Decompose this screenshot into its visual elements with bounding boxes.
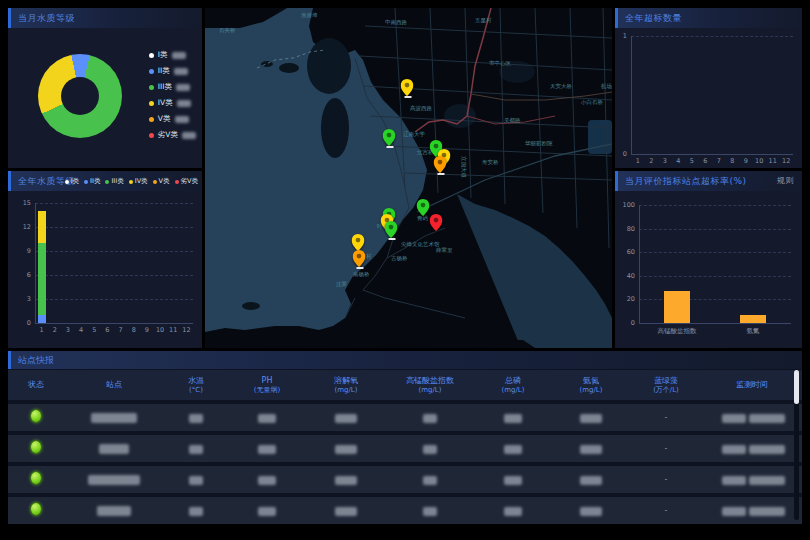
algae-cell: - (630, 444, 702, 453)
value-redacted (189, 507, 203, 516)
grid-line (639, 252, 791, 253)
legend-label: I类 (71, 177, 79, 186)
x-axis-label: 12 (766, 157, 806, 165)
value-redacted (335, 507, 357, 516)
table-row: - (8, 466, 802, 493)
legend-item[interactable]: III类 (105, 177, 123, 186)
time-redacted (722, 476, 746, 485)
legend-label: 劣V类 (158, 130, 178, 140)
column-header: 氨氮(mg/L) (552, 376, 630, 395)
table-scrollbar[interactable] (794, 370, 799, 520)
y-axis-label: 9 (13, 247, 31, 255)
map-label: 吴都路 (504, 117, 521, 124)
map-pin[interactable] (401, 79, 414, 96)
stacked-bar-segment[interactable] (38, 243, 46, 315)
column-header: 站点 (64, 380, 164, 390)
legend-label: V类 (159, 177, 170, 186)
status-ok-dot (30, 440, 42, 454)
value-redacted (258, 414, 276, 423)
value-cell (164, 470, 228, 489)
time-redacted (749, 507, 785, 516)
legend-item[interactable]: IV类 (129, 177, 148, 186)
pin-icon (353, 250, 366, 267)
map-label: 薛家里 (436, 247, 453, 253)
y-axis-label: 40 (617, 272, 635, 280)
map-pin[interactable] (385, 221, 398, 238)
legend-item[interactable]: V类 (153, 177, 170, 186)
grid-line (631, 154, 793, 155)
status-cell (8, 439, 64, 458)
map-label: 高波西路 (410, 105, 433, 112)
map-pin[interactable] (434, 156, 447, 173)
station-name-redacted (97, 506, 131, 516)
map-label: 华丽影剧院 (525, 140, 553, 147)
legend-dot (175, 180, 179, 184)
value-redacted (335, 414, 357, 423)
grid-line (631, 36, 793, 37)
time-cell (702, 408, 802, 427)
legend-item[interactable]: 劣V类 (149, 130, 196, 140)
value-cell (306, 408, 386, 427)
column-name: 总磷 (474, 376, 552, 386)
value-redacted (504, 445, 522, 454)
value-cell (306, 439, 386, 458)
rate-bar[interactable] (664, 291, 690, 323)
map-pin[interactable] (353, 250, 366, 267)
map-pin[interactable] (430, 214, 443, 231)
station-name-redacted (91, 413, 137, 423)
legend-dot (153, 180, 157, 184)
column-name: 监测时间 (702, 380, 802, 390)
pin-select-mark (386, 146, 393, 148)
algae-cell: - (630, 475, 702, 484)
map-label: 五星村 (475, 17, 492, 24)
stacked-bar-segment[interactable] (38, 211, 46, 243)
grid-line (35, 275, 193, 276)
legend-item[interactable]: II类 (149, 66, 196, 76)
donut-chart (38, 54, 122, 138)
value-redacted (189, 414, 203, 423)
map-canvas: 石夹桥渔港埠中南西路五星村市中心区天安大桥机场路小白石桥高波西路辽南大学北宫桥寿… (205, 8, 612, 348)
y-axis-label: 60 (617, 248, 635, 256)
legend-item[interactable]: I类 (65, 177, 79, 186)
map-label: 沈家 (336, 281, 348, 288)
value-redacted (504, 507, 522, 516)
map-pin[interactable] (352, 234, 365, 251)
legend-label: IV类 (158, 98, 173, 108)
legend-item[interactable]: III类 (149, 82, 196, 92)
map-label: 市中心区 (489, 60, 512, 66)
legend-label: I类 (158, 50, 168, 60)
V-legend-dot (149, 117, 154, 122)
stacked-bar-segment[interactable] (38, 315, 46, 323)
scrollbar-thumb[interactable] (794, 370, 799, 404)
legend-item[interactable]: IV类 (149, 98, 196, 108)
legend-item[interactable]: V类 (149, 114, 196, 124)
pin-select-mark (388, 238, 395, 240)
bar-category-label: 氨氮 (718, 327, 788, 336)
value-cell (474, 501, 552, 520)
station-name-redacted (99, 444, 129, 454)
column-name: 溶解氧 (306, 376, 386, 386)
map-label: 天安大桥 (550, 83, 573, 89)
column-name: 站点 (64, 380, 164, 390)
value-redacted (504, 476, 522, 485)
rules-link[interactable]: 规则 (777, 171, 794, 191)
panel-title: 当月评价指标站点超标率(%) 规则 (615, 171, 802, 191)
time-redacted (722, 507, 746, 516)
grid-line (639, 299, 791, 300)
legend-item[interactable]: I类 (149, 50, 196, 60)
map-pin[interactable] (417, 199, 430, 216)
panel-exceed-rate: 当月评价指标站点超标率(%) 规则 020406080100高锰酸盐指数氨氮 (615, 171, 802, 348)
legend-value-redacted (182, 132, 196, 139)
value-redacted (258, 445, 276, 454)
station-map[interactable]: 石夹桥渔港埠中南西路五星村市中心区天安大桥机场路小白石桥高波西路辽南大学北宫桥寿… (205, 8, 612, 348)
column-unit: (mg/L) (552, 386, 630, 395)
legend-item[interactable]: 劣V类 (175, 177, 198, 186)
grid-line (639, 323, 791, 324)
legend-item[interactable]: II类 (84, 177, 100, 186)
rate-bar[interactable] (740, 315, 766, 323)
time-cell (702, 470, 802, 489)
map-label: 立国大道 (460, 156, 467, 179)
map-label: 小白石桥 (580, 99, 604, 106)
value-cell (164, 408, 228, 427)
map-pin[interactable] (383, 129, 396, 146)
